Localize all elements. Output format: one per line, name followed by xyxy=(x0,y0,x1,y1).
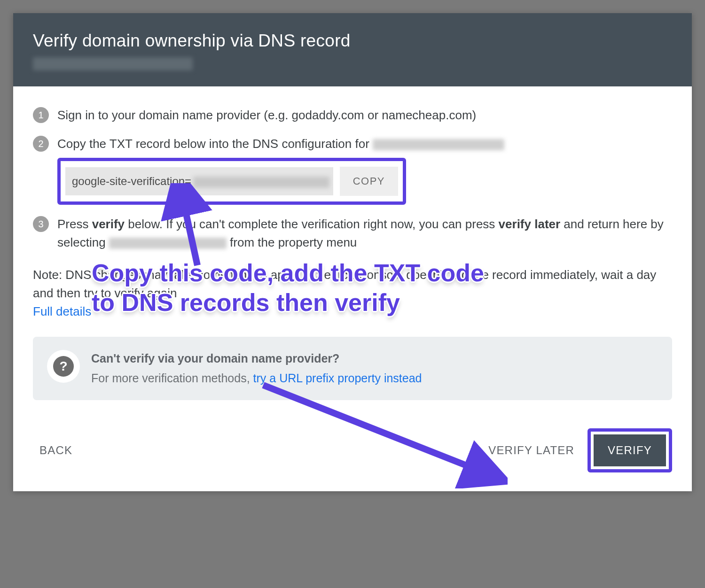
domain-redacted-inline xyxy=(373,139,504,150)
tip-subtext: For more verification methods, try a URL… xyxy=(91,370,422,387)
step-1-text: Sign in to your domain name provider (e.… xyxy=(57,106,672,124)
back-button[interactable]: BACK xyxy=(33,438,79,463)
step-2: 2 Copy the TXT record below into the DNS… xyxy=(33,135,672,205)
step-badge-2: 2 xyxy=(33,136,49,152)
verify-highlight-box: VERIFY xyxy=(588,428,672,472)
url-prefix-link[interactable]: try a URL prefix property instead xyxy=(253,371,422,385)
domain-redacted-inline-2 xyxy=(109,238,227,249)
verify-domain-dialog: Verify domain ownership via DNS record 1… xyxy=(13,13,692,491)
step-1: 1 Sign in to your domain name provider (… xyxy=(33,106,672,124)
txt-record-redacted xyxy=(193,177,329,188)
domain-name-redacted xyxy=(33,57,193,70)
step-badge-1: 1 xyxy=(33,107,49,123)
full-details-link[interactable]: Full details xyxy=(33,304,91,318)
txt-record-highlight-box: google-site-verification= COPY xyxy=(57,158,406,205)
step-3-text: Press verify below. If you can't complet… xyxy=(57,215,672,252)
txt-record-prefix: google-site-verification= xyxy=(72,175,191,187)
dialog-body: 1 Sign in to your domain name provider (… xyxy=(13,86,692,411)
help-icon-wrap: ? xyxy=(47,350,80,383)
tip-box: ? Can't verify via your domain name prov… xyxy=(33,337,672,400)
tip-title: Can't verify via your domain name provid… xyxy=(91,350,422,368)
verify-later-button[interactable]: VERIFY LATER xyxy=(482,438,581,463)
dialog-footer: BACK VERIFY LATER VERIFY xyxy=(13,411,692,491)
step-3: 3 Press verify below. If you can't compl… xyxy=(33,215,672,252)
help-icon: ? xyxy=(53,356,74,377)
txt-record-field[interactable]: google-site-verification= xyxy=(65,167,333,195)
dialog-title: Verify domain ownership via DNS record xyxy=(33,31,672,51)
note-text: Note: DNS changes may take some time to … xyxy=(33,268,656,300)
step-badge-3: 3 xyxy=(33,216,49,232)
verify-button[interactable]: VERIFY xyxy=(594,434,666,466)
dialog-header: Verify domain ownership via DNS record xyxy=(13,13,692,86)
step-2-lead: Copy the TXT record below into the DNS c… xyxy=(57,137,373,151)
note-block: Note: DNS changes may take some time to … xyxy=(33,266,672,321)
copy-button[interactable]: COPY xyxy=(340,167,398,196)
